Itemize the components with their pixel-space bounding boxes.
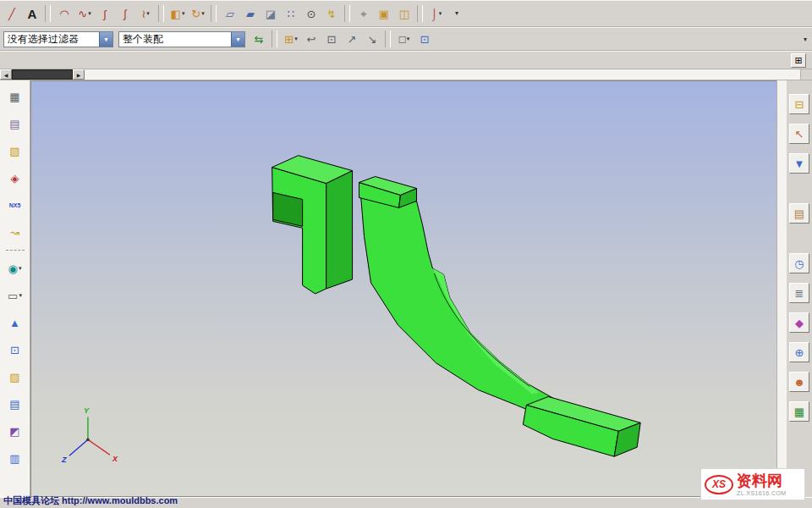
slot-icon[interactable]: ▤	[4, 394, 26, 414]
bounding-box-icon: ⊡	[327, 34, 337, 45]
dropdown-arrow-icon[interactable]: ▼	[99, 32, 112, 47]
web-browser-icon[interactable]: ▦	[789, 401, 809, 422]
snap-point-icon[interactable]: ◉▾	[4, 258, 26, 279]
tools-icon: ⊕	[795, 347, 804, 358]
selection-rectangle-icon: □	[399, 34, 406, 45]
columns-icon: ▥	[9, 453, 19, 464]
swept-sheet-icon[interactable]: ▰	[240, 4, 261, 24]
columns-icon[interactable]: ▥	[4, 448, 26, 468]
swoosh-arrow-icon[interactable]: ↝	[4, 222, 26, 242]
interpart-link-icon[interactable]: ⇆	[249, 30, 269, 49]
shaded-cube-icon: ⊡	[420, 34, 430, 45]
dropdown-caret-icon[interactable]: ▾	[146, 10, 150, 17]
toolbar-options-caret[interactable]: ▾	[447, 4, 467, 24]
graphics-viewport[interactable]: X Y Z	[30, 80, 776, 497]
assembly-navigator-icon: ⊟	[795, 99, 804, 110]
point-set-icon[interactable]: ∷	[281, 4, 301, 24]
toolbar-separator	[385, 30, 391, 47]
datum-plane-icon[interactable]: ◈	[4, 168, 26, 188]
line-icon[interactable]: ╱	[2, 4, 22, 24]
palette-icon: ◆	[795, 318, 804, 329]
profile-icon[interactable]: ◠	[54, 4, 74, 24]
ruled-sheet-icon[interactable]: ▱	[220, 4, 240, 24]
web-browser-icon: ▦	[794, 406, 804, 417]
dropdown-caret-icon[interactable]: ▾	[19, 292, 22, 299]
roles-icon: ≣	[795, 288, 804, 299]
curves-icon[interactable]: ≀▾	[135, 4, 156, 24]
workspace-window-icon[interactable]: ⊞	[791, 53, 806, 68]
model-face-block-side[interactable]	[326, 171, 353, 289]
scrollbar-track[interactable]	[85, 69, 800, 80]
add-component-icon[interactable]: ⊞▾	[281, 30, 301, 49]
dropdown-caret-icon[interactable]: ▾	[88, 10, 91, 17]
palette-icon[interactable]: ◆	[789, 312, 809, 333]
shaded-cube-icon[interactable]: ⊡	[414, 30, 435, 49]
pattern-icon[interactable]: ▣	[374, 4, 394, 24]
history-icon: ◷	[794, 258, 804, 269]
back-icon[interactable]: ↩	[301, 30, 321, 49]
dropdown-caret-icon[interactable]: ▾	[294, 36, 298, 42]
examine-geometry-icon[interactable]: ⊙	[301, 4, 321, 24]
triad-origin	[86, 438, 90, 441]
watermark-badge: XS 资料网 ZL.XS1616.COM	[700, 468, 805, 500]
sketch-grid-icon[interactable]: ▦	[4, 86, 26, 107]
reuse-library-icon[interactable]: ▤	[789, 203, 809, 224]
dropdown-caret-icon[interactable]: ▾	[407, 36, 410, 42]
triad-x-label: X	[112, 455, 118, 463]
cone-icon[interactable]: ▲	[4, 312, 26, 333]
selection-rectangle-icon[interactable]: □▾	[394, 30, 414, 49]
conic-icon[interactable]: ∫	[115, 4, 135, 24]
toolbar-separator	[6, 250, 25, 251]
roles-icon[interactable]: ≣	[789, 283, 809, 303]
history-icon[interactable]: ◷	[789, 253, 809, 273]
dropdown-caret-icon[interactable]: ▾	[201, 10, 205, 17]
deviation-check-icon[interactable]: ↯	[321, 4, 342, 24]
scrollbar-thumb[interactable]	[12, 69, 73, 80]
assembly-navigator-icon[interactable]: ⊟	[789, 94, 809, 114]
constraint-navigator-icon[interactable]: ↖	[789, 124, 809, 144]
toolbar-overflow-caret[interactable]: ▾	[804, 36, 807, 43]
toolbar-selection: 没有选择过滤器 ▼ 整个装配 ▼ ⇆⊞▾↩⊡↗↘□▾⊡ ▾	[0, 27, 812, 51]
shell-icon[interactable]: ▨	[4, 367, 26, 387]
boolean-icon[interactable]: ◩	[4, 421, 26, 441]
add-component-icon: ⊞	[284, 34, 294, 45]
arc-icon[interactable]: ʃ	[95, 4, 115, 24]
law-curve-icon[interactable]: ⌡▾	[426, 4, 447, 24]
block-feature-icon[interactable]: ⊡	[4, 340, 26, 360]
mesh-sheet-icon[interactable]: ◪	[261, 4, 281, 24]
vertical-scrollbar[interactable]	[776, 80, 787, 497]
model-face-block-front[interactable]	[272, 168, 326, 294]
part-navigator-icon[interactable]: ▼	[789, 153, 809, 174]
selection-scope-combo[interactable]: 整个装配 ▼	[118, 31, 245, 47]
nx5-icon[interactable]: NX5	[4, 195, 26, 215]
dropdown-caret-icon[interactable]: ▾	[182, 10, 185, 17]
model-face-web[interactable]	[361, 196, 554, 413]
datum-plane-icon: ◈	[11, 173, 19, 184]
scroll-left-icon[interactable]: ◀	[0, 69, 12, 80]
dropdown-caret-icon[interactable]: ▾	[19, 265, 22, 272]
toolbar-separator	[211, 5, 217, 22]
toolbar-separator	[158, 5, 164, 22]
raise-icon[interactable]: ↗	[342, 30, 362, 49]
toolbar-options-caret: ▾	[455, 10, 458, 17]
move-object-icon[interactable]: ⌖	[354, 4, 374, 24]
dropdown-caret-icon[interactable]: ▾	[439, 10, 442, 17]
scroll-right-icon[interactable]: ▶	[73, 69, 85, 80]
selection-filter-combo[interactable]: 没有选择过滤器 ▼	[3, 31, 113, 47]
extrude-icon[interactable]: ◧▾	[167, 4, 188, 24]
bounding-box-icon[interactable]: ⊡	[321, 30, 342, 49]
people-icon[interactable]: ☻	[789, 372, 809, 392]
tools-icon[interactable]: ⊕	[789, 342, 809, 362]
rectangle-tool-icon[interactable]: ▭▾	[4, 285, 26, 306]
dropdown-arrow-icon[interactable]: ▼	[231, 32, 244, 47]
lower-icon[interactable]: ↘	[362, 30, 382, 49]
studio-spline-icon[interactable]: ∿▾	[74, 4, 95, 24]
solid-block-icon[interactable]: ▧	[4, 141, 26, 161]
revolve-icon[interactable]: ↻▾	[188, 4, 208, 24]
text-icon: A	[28, 8, 37, 20]
mirror-feature-icon[interactable]: ◫	[394, 4, 414, 24]
layers-book-icon[interactable]: ▤	[4, 113, 26, 134]
graphics-canvas[interactable]: X Y Z	[31, 81, 776, 496]
text-icon[interactable]: A	[22, 4, 42, 24]
nx-application-window: ╱A◠∿▾ʃ∫≀▾◧▾↻▾▱▰◪∷⊙↯⌖▣◫⌡▾▾ 没有选择过滤器 ▼ 整个装配…	[0, 0, 812, 508]
